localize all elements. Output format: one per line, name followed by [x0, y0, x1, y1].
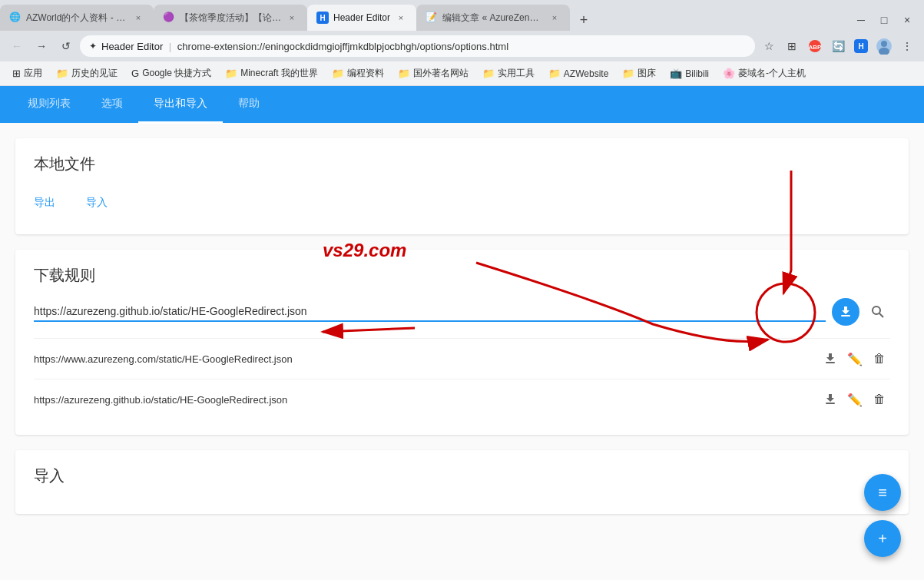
bilibili-icon: 📺	[670, 68, 682, 79]
rule-actions-2: ✏️ 🗑	[820, 389, 890, 410]
download-button[interactable]	[832, 298, 859, 326]
he-extension-icon[interactable]: H	[850, 35, 872, 57]
back-button[interactable]: ←	[6, 35, 28, 57]
url-input-row	[34, 298, 890, 326]
tab-title-chaguan: 【茶馆季度活动】【论坛教程组…	[180, 12, 281, 25]
diamond-icon: 🌸	[723, 68, 735, 79]
svg-line-11	[879, 313, 883, 317]
minecraft-icon: 📁	[225, 68, 237, 79]
azwebsite-icon: 📁	[548, 68, 561, 79]
nav-tabs: 规则列表 选项 导出和导入 帮助	[0, 86, 924, 123]
import-card: 导入	[15, 450, 909, 514]
star-icon[interactable]: ☆	[758, 35, 780, 57]
refresh-icon[interactable]: 🔄	[827, 35, 849, 57]
bookmark-apps[interactable]: ⊞ 应用	[6, 64, 48, 83]
tab-rules-list[interactable]: 规则列表	[12, 86, 86, 124]
rule-url-2: https://azurezeng.github.io/static/HE-Go…	[34, 394, 820, 406]
tab-blog[interactable]: 📝 编辑文章 « AzureZeng's Blog –… ×	[416, 5, 570, 31]
bookmark-label-foreign: 国外著名网站	[413, 67, 469, 80]
tab-title-azworld: AZWorld的个人资料 - Minecra…	[26, 12, 128, 25]
rule-edit-btn-1[interactable]: ✏️	[844, 348, 866, 370]
bookmark-label-google: Google 快捷方式	[142, 67, 211, 80]
local-file-title: 本地文件	[34, 154, 890, 174]
bookmark-history[interactable]: 📁 历史的见证	[50, 64, 124, 83]
rule-download-btn-1[interactable]	[820, 348, 841, 370]
tab-export-import[interactable]: 导出和导入	[138, 86, 223, 124]
adblock-icon[interactable]: ABP	[804, 35, 826, 57]
apps-icon: ⊞	[12, 68, 21, 79]
svg-text:H: H	[320, 14, 325, 22]
tab-icon-chaguan: 🟣	[163, 12, 175, 24]
bookmark-tools[interactable]: 📁 实用工具	[476, 64, 541, 83]
tab-help[interactable]: 帮助	[223, 86, 275, 124]
bookmark-image-bed[interactable]: 📁 图床	[616, 64, 662, 83]
search-icon	[871, 305, 885, 319]
forward-button[interactable]: →	[31, 35, 52, 57]
minimize-button[interactable]: ─	[850, 9, 872, 31]
extension-page: 规则列表 选项 导出和导入 帮助 本地文件 导出 导入 下载规则	[0, 86, 924, 580]
coding-icon: 📁	[332, 68, 344, 79]
close-window-button[interactable]: ×	[896, 9, 918, 31]
profile-icon[interactable]	[873, 35, 895, 57]
import-button[interactable]: 导入	[86, 193, 108, 213]
bookmark-label-apps: 应用	[24, 67, 42, 80]
bookmark-label-diamond: 菱域名-个人主机	[738, 67, 806, 80]
maximize-button[interactable]: □	[873, 9, 895, 31]
browser-chrome: 🌐 AZWorld的个人资料 - Minecra… × 🟣 【茶馆季度活动】【论…	[0, 0, 924, 86]
address-separator: |	[169, 41, 174, 52]
bookmark-label-history: 历史的见证	[71, 67, 118, 80]
rule-edit-btn-2[interactable]: ✏️	[844, 389, 866, 410]
tab-close-blog[interactable]: ×	[548, 12, 561, 24]
tab-title-header-editor: Header Editor	[333, 12, 390, 23]
tab-close-azworld[interactable]: ×	[132, 12, 144, 24]
address-bar-input[interactable]: ✦ Header Editor | chrome-extension://eni…	[80, 35, 755, 57]
bookmark-label-minecraft: Minecraft 我的世界	[240, 67, 318, 80]
fab-menu-button[interactable]: ≡	[864, 474, 901, 511]
bookmark-label-tools: 实用工具	[498, 67, 535, 80]
tab-close-header-editor[interactable]: ×	[395, 12, 407, 24]
rule-item-2: https://azurezeng.github.io/static/HE-Go…	[34, 379, 890, 419]
tab-title-blog: 编辑文章 « AzureZeng's Blog –…	[442, 12, 544, 25]
google-icon: G	[131, 68, 139, 79]
svg-rect-13	[826, 403, 835, 404]
tab-chaguan[interactable]: 🟣 【茶馆季度活动】【论坛教程组… ×	[154, 5, 307, 31]
search-button[interactable]	[866, 300, 890, 324]
svg-text:ABP: ABP	[809, 44, 822, 51]
rule-delete-btn-1[interactable]: 🗑	[869, 348, 890, 370]
reload-button[interactable]: ↺	[55, 35, 77, 57]
bookmark-azwebsite[interactable]: 📁 AZWebsite	[542, 65, 614, 82]
bookmark-diamond[interactable]: 🌸 菱域名-个人主机	[717, 64, 812, 83]
download-icon	[839, 305, 853, 319]
tab-azworld[interactable]: 🌐 AZWorld的个人资料 - Minecra… ×	[0, 5, 154, 31]
export-button[interactable]: 导出	[34, 193, 55, 213]
rule-item-1: https://www.azurezeng.com/static/HE-Goog…	[34, 338, 890, 379]
add-icon: +	[878, 530, 887, 548]
import-title: 导入	[34, 466, 890, 486]
more-options-icon[interactable]: ⋮	[896, 35, 918, 57]
local-file-actions: 导出 导入	[34, 187, 890, 219]
tab-icon-azworld: 🌐	[9, 12, 22, 24]
bookmark-google[interactable]: G Google 快捷方式	[125, 64, 217, 83]
extensions-icon[interactable]: ⊞	[781, 35, 803, 57]
bookmark-bilibili[interactable]: 📺 Bilibili	[664, 65, 715, 82]
url-input-field[interactable]	[34, 302, 826, 322]
svg-point-7	[881, 41, 887, 47]
tab-icon-header-editor: H	[316, 12, 329, 24]
tab-header-editor[interactable]: H Header Editor ×	[307, 5, 416, 31]
bookmark-label-image-bed: 图床	[638, 67, 656, 80]
tools-icon: 📁	[482, 68, 495, 79]
fab-add-button[interactable]: +	[864, 520, 901, 557]
tab-options[interactable]: 选项	[86, 86, 138, 124]
bookmark-foreign[interactable]: 📁 国外著名网站	[392, 64, 475, 83]
rule-delete-btn-2[interactable]: 🗑	[869, 389, 890, 410]
tab-close-chaguan[interactable]: ×	[286, 12, 298, 24]
bookmark-coding[interactable]: 📁 编程资料	[326, 64, 390, 83]
bookmarks-bar: ⊞ 应用 📁 历史的见证 G Google 快捷方式 📁 Minecraft 我…	[0, 61, 924, 86]
bookmark-minecraft[interactable]: 📁 Minecraft 我的世界	[219, 64, 324, 83]
bookmark-label-azwebsite: AZWebsite	[564, 68, 608, 79]
new-tab-button[interactable]: +	[573, 9, 594, 31]
rule-actions-1: ✏️ 🗑	[820, 348, 890, 370]
bookmark-label-bilibili: Bilibili	[685, 68, 709, 79]
rule-download-btn-2[interactable]	[820, 389, 841, 410]
download-action-icon-1	[823, 352, 837, 366]
